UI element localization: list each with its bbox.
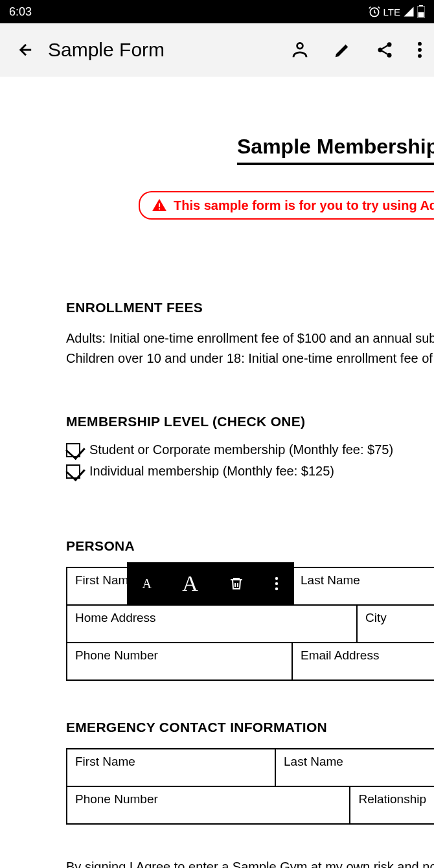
status-time: 6:03 [9,5,32,19]
svg-rect-11 [159,203,160,207]
personal-section: PERSONA First Name Last Name Home Addres… [66,538,434,681]
trash-icon [229,575,244,593]
status-icons: LTE [368,5,425,18]
more-vert-icon [275,576,279,591]
svg-point-8 [418,41,422,45]
edit-toolbar: A A [127,562,294,605]
city-field[interactable]: City [358,606,434,642]
share-button[interactable] [376,41,394,59]
emergency-phone-field[interactable]: Phone Number [67,787,350,823]
svg-point-15 [275,588,278,590]
battery-icon [417,5,425,18]
svg-point-9 [418,48,422,52]
fees-section: ENROLLMENT FEES Adults: Initial one-time… [66,300,434,369]
notice-text: This sample form is for you to try using… [174,198,434,213]
fees-line2: Children over 10 and under 18: Initial o… [66,348,434,369]
svg-rect-3 [418,12,424,17]
emergency-section: EMERGENCY CONTACT INFORMATION First Name… [66,720,434,825]
checkbox-checked-icon[interactable] [66,464,80,479]
arrow-left-icon [17,41,35,59]
svg-point-5 [387,42,392,47]
membership-option-2[interactable]: Individual membership (Monthly fee: $125… [66,464,434,479]
fees-heading: ENROLLMENT FEES [66,300,434,315]
emergency-table: First Name Last Name Phone Number Relati… [66,748,434,825]
checkbox-checked-icon[interactable] [66,443,80,457]
document-viewport[interactable]: SAMP Sample Membership F This sample for… [0,76,434,868]
emergency-last-name-field[interactable]: Last Name [276,749,434,786]
svg-point-7 [387,52,392,57]
personal-heading: PERSONA [66,538,434,554]
more-vert-icon [417,41,422,59]
app-bar: Sample Form [0,23,434,76]
profile-button[interactable] [290,40,310,60]
edit-button[interactable] [333,40,352,60]
person-icon [290,40,310,60]
font-large-button[interactable]: A [182,571,198,596]
sample-notice: This sample form is for you to try using… [139,191,434,220]
svg-point-13 [275,577,278,580]
back-button[interactable] [12,41,40,59]
membership-section: MEMBERSHIP LEVEL (CHECK ONE) Student or … [66,414,434,479]
document-title: Sample Membership F [237,135,434,165]
app-title: Sample Form [40,39,290,61]
emergency-relationship-field[interactable]: Relationship [350,787,434,823]
membership-option-2-label: Individual membership (Monthly fee: $125… [89,464,334,479]
email-field[interactable]: Email Address [293,643,434,680]
phone-field[interactable]: Phone Number [67,643,293,680]
font-small-button[interactable]: A [143,577,152,591]
alarm-icon [368,5,381,18]
emergency-first-name-field[interactable]: First Name [67,749,276,786]
home-address-field[interactable]: Home Address [67,606,358,642]
membership-option-1-label: Student or Corporate membership (Monthly… [89,442,393,457]
toolbar-more-button[interactable] [275,576,279,591]
status-bar: 6:03 LTE [0,0,434,23]
network-label: LTE [383,6,400,17]
last-name-field[interactable]: Last Name [293,568,434,604]
svg-rect-12 [159,209,160,210]
fees-line1: Adults: Initial one-time enrollment fee … [66,328,434,348]
pen-nib-icon [333,40,352,60]
more-button[interactable] [417,41,422,59]
svg-point-14 [275,582,278,585]
warning-icon [152,198,167,213]
svg-point-4 [297,43,303,49]
signal-icon [403,6,415,17]
delete-button[interactable] [229,575,244,593]
share-icon [376,41,394,59]
membership-heading: MEMBERSHIP LEVEL (CHECK ONE) [66,414,434,429]
svg-point-10 [418,54,422,58]
emergency-heading: EMERGENCY CONTACT INFORMATION [66,720,434,735]
svg-point-6 [378,47,383,52]
membership-option-1[interactable]: Student or Corporate membership (Monthly… [66,442,434,457]
agreement-text: By signing I Agree to enter a Sample Gym… [66,857,434,868]
